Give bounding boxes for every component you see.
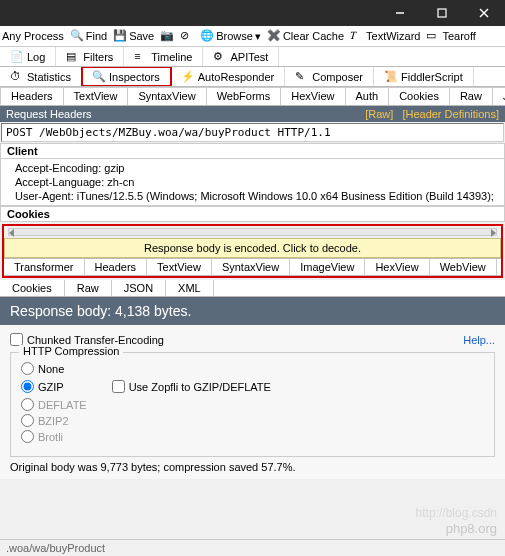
tab-inspectors[interactable]: 🔍Inspectors (82, 67, 171, 86)
response-body-size: Response body: 4,138 bytes. (0, 297, 505, 325)
autoresponder-icon: ⚡ (181, 70, 194, 83)
request-inspector-tabs: Headers TextView SyntaxView WebForms Hex… (0, 87, 505, 106)
raw-link[interactable]: [Raw] (365, 108, 393, 120)
any-process-button[interactable]: Any Process (2, 30, 64, 42)
radio-brotli-label: Brotli (38, 431, 63, 443)
req-tab-raw[interactable]: Raw (449, 87, 493, 105)
resp-tab-json[interactable]: JSON (112, 280, 166, 296)
tearoff-button[interactable]: ▭Tearoff (426, 29, 475, 43)
filter-icon: ▤ (66, 50, 79, 63)
radio-deflate[interactable] (21, 398, 34, 411)
browse-button[interactable]: 🌐Browse ▾ (200, 29, 261, 43)
tab-composer[interactable]: ✎Composer (285, 67, 374, 86)
zopfli-checkbox[interactable] (112, 380, 125, 393)
splitter-scroll[interactable] (8, 228, 497, 236)
tab-fiddlerscript[interactable]: 📜FiddlerScript (374, 67, 474, 86)
resp-tab-syntaxview[interactable]: SyntaxView (212, 259, 290, 275)
stats-icon: ⏱ (10, 70, 23, 83)
radio-bzip2-label: BZIP2 (38, 415, 69, 427)
close-button[interactable] (463, 0, 505, 26)
cookies-section-head[interactable]: Cookies (0, 206, 505, 222)
radio-none-row[interactable]: None (21, 362, 484, 375)
tab-apitest[interactable]: ⚙APITest (203, 47, 279, 66)
window-titlebar (0, 0, 505, 26)
resp-tab-auth[interactable]: Auth (497, 259, 501, 275)
globe-icon: 🌐 (200, 29, 214, 43)
request-line: POST /WebObjects/MZBuy.woa/wa/buyProduct… (1, 123, 504, 142)
resp-tab-textview[interactable]: TextView (147, 259, 212, 275)
zopfli-checkbox-row[interactable]: Use Zopfli to GZIP/DEFLATE (112, 380, 271, 393)
header-line: Accept-Language: zh-cn (15, 175, 496, 189)
script-icon: 📜 (384, 70, 397, 83)
radio-bzip2-row[interactable]: BZIP2 (21, 414, 484, 427)
tearoff-icon: ▭ (426, 29, 440, 43)
zopfli-label: Use Zopfli to GZIP/DEFLATE (129, 381, 271, 393)
http-compression-legend: HTTP Compression (19, 345, 123, 357)
resp-tab-hexview[interactable]: HexView (365, 259, 429, 275)
request-headers-bar: Request Headers [Raw] [Header Definition… (0, 106, 505, 122)
header-definitions-link[interactable]: [Header Definitions] (402, 108, 499, 120)
resp-tab-imageview[interactable]: ImageView (290, 259, 365, 275)
wizard-icon: 𝑇 (350, 29, 364, 43)
radio-bzip2[interactable] (21, 414, 34, 427)
apitest-icon: ⚙ (213, 50, 226, 63)
req-tab-webforms[interactable]: WebForms (206, 87, 282, 105)
tab-log[interactable]: 📄Log (0, 47, 56, 66)
clear-cache-button[interactable]: ✖️Clear Cache (267, 29, 344, 43)
stop-button[interactable]: ⊘ (180, 29, 194, 43)
tab-timeline[interactable]: ≡Timeline (124, 47, 203, 66)
save-button[interactable]: 💾Save (113, 29, 154, 43)
req-tab-syntaxview[interactable]: SyntaxView (127, 87, 206, 105)
status-bar: .woa/wa/buyProduct (0, 539, 505, 556)
resp-tab-cookies[interactable]: Cookies (0, 280, 65, 296)
client-section-head[interactable]: Client (0, 143, 505, 159)
chunked-label: Chunked Transfer-Encoding (27, 334, 164, 346)
find-icon: 🔍 (70, 29, 84, 43)
maximize-button[interactable] (421, 0, 463, 26)
main-toolbar: Any Process 🔍Find 💾Save 📷 ⊘ 🌐Browse ▾ ✖️… (0, 26, 505, 47)
radio-brotli[interactable] (21, 430, 34, 443)
radio-none[interactable] (21, 362, 34, 375)
help-link[interactable]: Help... (463, 334, 495, 346)
radio-deflate-label: DEFLATE (38, 399, 87, 411)
request-headers-title: Request Headers (6, 108, 92, 120)
clear-icon: ✖️ (267, 29, 281, 43)
stop-icon: ⊘ (180, 29, 194, 43)
header-line: User-Agent: iTunes/12.5.5 (Windows; Micr… (15, 189, 496, 203)
response-inspector-tabs-2: Cookies Raw JSON XML (0, 280, 505, 297)
req-tab-cookies[interactable]: Cookies (388, 87, 450, 105)
resp-tab-transformer[interactable]: Transformer (4, 259, 85, 275)
decode-response-bar[interactable]: Response body is encoded. Click to decod… (4, 238, 501, 258)
response-inspector-tabs: Transformer Headers TextView SyntaxView … (4, 258, 501, 276)
req-tab-headers[interactable]: Headers (0, 87, 64, 105)
resp-tab-webview[interactable]: WebView (430, 259, 497, 275)
response-highlight-box: Response body is encoded. Click to decod… (2, 224, 503, 278)
req-tab-textview[interactable]: TextView (63, 87, 129, 105)
radio-gzip-row[interactable]: GZIP Use Zopfli to GZIP/DEFLATE (21, 378, 484, 395)
composer-icon: ✎ (295, 70, 308, 83)
radio-brotli-row[interactable]: Brotli (21, 430, 484, 443)
textwizard-button[interactable]: 𝑇TextWizard (350, 29, 420, 43)
tab-statistics[interactable]: ⏱Statistics (0, 67, 82, 86)
client-section-body: Accept-Encoding: gzip Accept-Language: z… (0, 159, 505, 206)
resp-tab-headers[interactable]: Headers (85, 259, 148, 275)
radio-deflate-row[interactable]: DEFLATE (21, 398, 484, 411)
tab-filters[interactable]: ▤Filters (56, 47, 124, 66)
req-tab-auth[interactable]: Auth (345, 87, 390, 105)
req-tab-json[interactable]: JSON (492, 87, 505, 105)
minimize-button[interactable] (379, 0, 421, 26)
header-line: Accept-Encoding: gzip (15, 161, 496, 175)
req-tab-hexview[interactable]: HexView (280, 87, 345, 105)
timeline-icon: ≡ (134, 50, 147, 63)
camera-button[interactable]: 📷 (160, 29, 174, 43)
svg-rect-1 (438, 9, 446, 17)
resp-tab-xml[interactable]: XML (166, 280, 214, 296)
tab-autoresponder[interactable]: ⚡AutoResponder (171, 67, 285, 86)
radio-gzip-label: GZIP (38, 381, 64, 393)
resp-tab-raw[interactable]: Raw (65, 280, 112, 296)
feature-tabs-row1: 📄Log ▤Filters ≡Timeline ⚙APITest (0, 47, 505, 67)
radio-gzip[interactable] (21, 380, 34, 393)
find-button[interactable]: 🔍Find (70, 29, 107, 43)
save-icon: 💾 (113, 29, 127, 43)
feature-tabs-row2: ⏱Statistics 🔍Inspectors ⚡AutoResponder ✎… (0, 67, 505, 87)
